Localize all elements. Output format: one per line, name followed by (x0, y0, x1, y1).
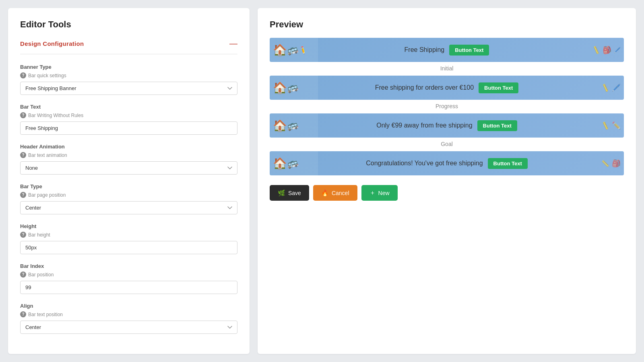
cancel-button[interactable]: 🔥 Cancel (313, 185, 357, 201)
banner-type-select[interactable]: Free Shipping Banner Announcement Banner… (20, 82, 237, 95)
bar-index-hint: ? Bar position (20, 272, 237, 278)
align-hint-icon: ? (20, 311, 26, 317)
right-panel: Preview 🏠 🚌 ✏️ Free Shipping Button Text… (258, 8, 636, 354)
preview-title: Preview (270, 19, 624, 30)
align-select[interactable]: Center Left Right (20, 321, 237, 334)
cancel-icon: 🔥 (321, 189, 329, 197)
header-animation-hint: ? Bar text animation (20, 152, 237, 158)
save-icon: 🌿 (278, 189, 285, 197)
banner-progress-icons: 🏠 🚌 (273, 119, 298, 132)
bar-text-hint-text: Bar Writing Without Rules (28, 113, 83, 118)
bar-text-input[interactable] (20, 121, 237, 135)
initial-label: Initial (270, 65, 624, 72)
action-buttons: 🌿 Save 🔥 Cancel ＋ New (270, 185, 624, 201)
bar-type-hint: ? Bar page position (20, 192, 237, 198)
bar-type-group: Bar Type ? Bar page position Center Top … (20, 183, 237, 214)
banner-initial-text: Free shipping for orders over €100 (375, 84, 474, 91)
banner-top-text: Free Shipping (405, 46, 445, 53)
align-label: Align (20, 303, 237, 309)
bar-index-label: Bar Index (20, 263, 237, 269)
height-hint: ? Bar height (20, 232, 237, 238)
banner-top-right-icons: 📏 🎒 🖊️ (592, 45, 621, 54)
header-animation-hint-icon: ? (20, 152, 26, 158)
align-group: Align ? Bar text position Center Left Ri… (20, 303, 237, 334)
bar-text-group: Bar Text ? Bar Writing Without Rules (20, 104, 237, 135)
bar-index-input[interactable] (20, 281, 237, 294)
bar-index-hint-text: Bar position (28, 272, 54, 278)
banner-top-icons: 🏠 🚌 ✏️ (273, 43, 306, 57)
goal-label: Goal (270, 141, 624, 147)
banner-goal-text: Congratulations! You've got free shippin… (366, 160, 483, 167)
banner-top-button[interactable]: Button Text (449, 45, 489, 56)
banner-progress: 🏠 🚌 Only €99 away from free shipping But… (270, 113, 624, 138)
height-group: Height ? Bar height (20, 223, 237, 254)
banner-initial-button[interactable]: Button Text (479, 82, 518, 93)
cancel-label: Cancel (332, 190, 349, 196)
banner-progress-button[interactable]: Button Text (477, 120, 517, 131)
banner-type-hint: ? Bar quick settings (20, 72, 237, 78)
section-header: Design Configuration — (20, 39, 237, 54)
banner-type-group: Banner Type ? Bar quick settings Free Sh… (20, 64, 237, 95)
height-hint-icon: ? (20, 232, 26, 238)
progress-label: Progress (270, 103, 624, 109)
banner-goal-right-icons: 📏 🎒 (601, 159, 621, 168)
banner-initial-icons: 🏠 🚌 (273, 81, 298, 95)
banner-initial-right-icons: 📏 🖊️ (601, 83, 621, 92)
header-animation-hint-text: Bar text animation (28, 152, 67, 158)
bar-text-hint-icon: ? (20, 112, 26, 118)
banner-type-hint-icon: ? (20, 72, 26, 78)
banner-progress-right-icons: 📏 ✏️ (601, 121, 621, 130)
bar-type-hint-icon: ? (20, 192, 26, 198)
header-animation-select[interactable]: None Fade Slide Bounce (20, 161, 237, 175)
height-input[interactable] (20, 241, 237, 254)
align-hint-text: Bar text position (28, 312, 63, 317)
left-panel: Editor Tools Design Configuration — Bann… (8, 8, 250, 354)
save-label: Save (288, 190, 301, 196)
banner-top: 🏠 🚌 ✏️ Free Shipping Button Text 📏 🎒 🖊️ (270, 38, 624, 62)
collapse-button[interactable]: — (229, 39, 237, 47)
bar-type-hint-text: Bar page position (28, 192, 66, 198)
save-button[interactable]: 🌿 Save (270, 185, 309, 201)
bar-type-select[interactable]: Center Top Bottom Sticky (20, 201, 237, 214)
banner-progress-text: Only €99 away from free shipping (376, 122, 472, 129)
section-title: Design Configuration (20, 40, 84, 47)
new-button[interactable]: ＋ New (361, 185, 398, 201)
header-animation-group: Header Animation ? Bar text animation No… (20, 144, 237, 175)
bar-text-label: Bar Text (20, 104, 237, 110)
banner-initial: 🏠 🚌 Free shipping for orders over €100 B… (270, 76, 624, 100)
bar-index-group: Bar Index ? Bar position (20, 263, 237, 294)
new-icon: ＋ (369, 189, 376, 197)
banner-goal-icons: 🏠 🚌 (273, 157, 298, 170)
page-title: Editor Tools (20, 19, 237, 30)
bar-type-label: Bar Type (20, 183, 237, 189)
banner-type-hint-text: Bar quick settings (28, 73, 66, 78)
banner-goal: 🏠 🚌 Congratulations! You've got free shi… (270, 151, 624, 175)
header-animation-label: Header Animation (20, 144, 237, 150)
banner-goal-button[interactable]: Button Text (488, 158, 528, 169)
bar-index-hint-icon: ? (20, 272, 26, 278)
new-label: New (378, 190, 390, 196)
bar-text-hint: ? Bar Writing Without Rules (20, 112, 237, 118)
banner-type-label: Banner Type (20, 64, 237, 70)
height-hint-text: Bar height (28, 232, 50, 238)
align-hint: ? Bar text position (20, 311, 237, 317)
height-label: Height (20, 223, 237, 229)
